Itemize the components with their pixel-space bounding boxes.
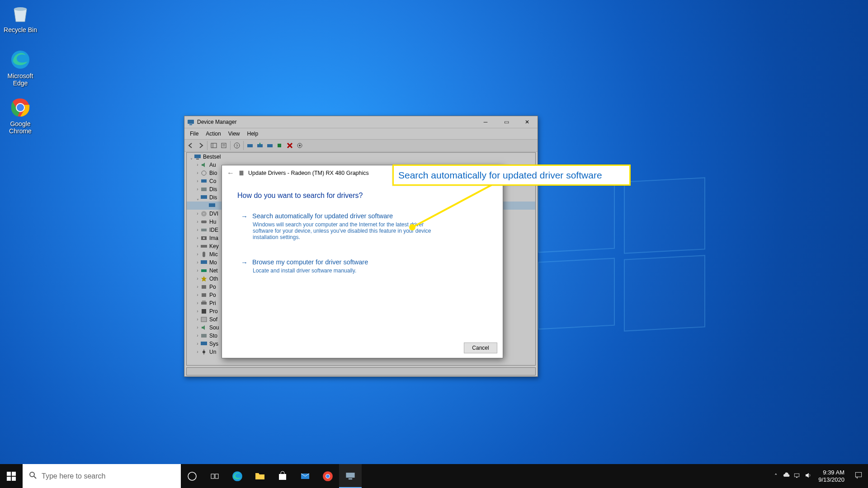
svg-line-57 xyxy=(34,476,36,479)
folder-icon xyxy=(255,471,265,482)
tb-scan-icon[interactable] xyxy=(295,141,304,150)
tb-back-icon[interactable] xyxy=(186,141,195,150)
tray-network-icon[interactable] xyxy=(792,471,803,481)
cortana-button[interactable] xyxy=(203,464,226,488)
svg-point-24 xyxy=(202,171,206,175)
svg-point-58 xyxy=(188,472,196,480)
svg-rect-37 xyxy=(201,260,207,264)
tray-onedrive-icon[interactable] xyxy=(781,471,792,481)
svg-text:?: ? xyxy=(236,144,238,148)
tb-show-hide-icon[interactable] xyxy=(209,141,218,150)
tree-node-label: Au xyxy=(209,161,216,169)
menu-action[interactable]: Action xyxy=(203,130,223,138)
tree-node-label: Pro xyxy=(209,307,218,315)
tb-properties-icon[interactable] xyxy=(219,141,228,150)
tb-add-hardware-icon[interactable] xyxy=(275,141,284,150)
tray-notifications-icon[interactable] xyxy=(849,471,868,481)
tree-node-label: Pri xyxy=(209,299,216,307)
tree-node-label: IDE xyxy=(209,226,218,234)
svg-rect-5 xyxy=(188,120,194,124)
svg-point-0 xyxy=(14,7,27,11)
start-button[interactable] xyxy=(0,464,23,488)
titlebar[interactable]: Device Manager ─ ▭ ✕ xyxy=(184,116,538,128)
desktop-icon-label: Recycle Bin xyxy=(0,26,41,33)
tree-node-label: Ima xyxy=(209,234,218,242)
desktop-icon-recycle-bin[interactable]: Recycle Bin xyxy=(0,3,41,33)
minimize-button[interactable]: ─ xyxy=(475,116,496,128)
svg-rect-26 xyxy=(201,188,207,191)
store-icon xyxy=(277,471,288,482)
menu-view[interactable]: View xyxy=(226,130,243,138)
tree-node-label: Sou xyxy=(209,324,219,332)
tray-clock[interactable]: 9:39 AM 9/13/2020 xyxy=(814,469,849,483)
taskbar-app-mail[interactable] xyxy=(294,464,316,488)
disk-icon xyxy=(200,186,208,193)
printer-icon xyxy=(200,300,208,307)
tb-help-icon[interactable]: ? xyxy=(232,141,241,150)
svg-rect-68 xyxy=(794,474,799,477)
mail-icon xyxy=(300,471,311,482)
tree-node-label: Hu xyxy=(209,218,216,226)
audio-icon xyxy=(200,161,208,169)
taskbar-app-store[interactable] xyxy=(271,464,294,488)
svg-rect-38 xyxy=(201,269,207,272)
svg-rect-52 xyxy=(7,472,11,476)
chrome-icon xyxy=(322,470,334,482)
task-view-icon xyxy=(187,471,197,481)
tb-disable-icon[interactable] xyxy=(285,141,294,150)
tree-node-label: Po xyxy=(209,291,216,299)
tb-update-driver-icon[interactable] xyxy=(255,141,264,150)
svg-rect-46 xyxy=(201,342,207,345)
taskbar-app-file-explorer[interactable] xyxy=(249,464,271,488)
system-tray: ˄ 9:39 AM 9/13/2020 xyxy=(770,469,868,483)
dialog-title: Update Drivers - Radeon (TM) RX 480 Grap… xyxy=(248,170,369,176)
close-button[interactable]: ✕ xyxy=(517,116,538,128)
timeline-icon xyxy=(210,472,219,481)
port-icon xyxy=(200,283,208,291)
desktop-icon-edge[interactable]: Microsoft Edge xyxy=(0,49,41,87)
svg-rect-17 xyxy=(278,144,281,147)
computer-icon xyxy=(200,178,208,185)
desktop-icon-chrome[interactable]: Google Chrome xyxy=(0,97,41,135)
svg-point-34 xyxy=(203,237,205,239)
taskbar-app-chrome[interactable] xyxy=(316,464,339,488)
tree-node-label: Po xyxy=(209,283,216,291)
svg-rect-32 xyxy=(201,229,207,231)
dvd-icon xyxy=(200,210,208,217)
device-icon xyxy=(238,170,245,176)
cancel-button[interactable]: Cancel xyxy=(464,343,497,353)
tree-root-label: Bestsel xyxy=(203,153,221,161)
menu-file[interactable]: File xyxy=(187,130,201,138)
option-description: Locate and install driver software manua… xyxy=(241,267,440,274)
menu-help[interactable]: Help xyxy=(245,130,261,138)
search-placeholder: Type here to search xyxy=(42,472,105,480)
taskbar-app-device-manager[interactable] xyxy=(339,464,362,488)
tb-uninstall-icon[interactable] xyxy=(265,141,274,150)
svg-point-21 xyxy=(299,145,301,146)
maximize-button[interactable]: ▭ xyxy=(496,116,517,128)
tray-show-hidden-icon[interactable]: ˄ xyxy=(770,473,781,479)
svg-rect-66 xyxy=(346,473,354,478)
other-icon xyxy=(200,275,208,282)
windows-start-icon xyxy=(7,472,16,481)
option-search-automatically[interactable]: → Search automatically for updated drive… xyxy=(237,211,487,244)
svg-rect-23 xyxy=(196,159,199,160)
tb-forward-icon[interactable] xyxy=(196,141,205,150)
taskbar-app-edge[interactable] xyxy=(226,464,249,488)
tree-root[interactable]: ˬ Bestsel xyxy=(187,153,535,161)
ide-icon xyxy=(200,226,208,234)
option-browse-manually[interactable]: → Browse my computer for driver software… xyxy=(237,257,487,277)
back-arrow-icon[interactable]: ← xyxy=(226,169,235,177)
tree-node-label: Mo xyxy=(209,258,217,267)
chrome-icon xyxy=(9,97,31,118)
svg-rect-53 xyxy=(12,472,16,476)
taskbar-search[interactable]: Type here to search xyxy=(23,464,181,488)
tree-node-label: Oth xyxy=(209,275,218,283)
tray-volume-icon[interactable] xyxy=(803,471,814,481)
software-icon xyxy=(200,316,208,323)
computer-icon xyxy=(194,153,201,160)
svg-rect-40 xyxy=(202,293,206,297)
task-view-button[interactable] xyxy=(181,464,203,488)
tb-scan-hardware-icon[interactable] xyxy=(245,141,255,150)
svg-rect-59 xyxy=(211,474,214,479)
